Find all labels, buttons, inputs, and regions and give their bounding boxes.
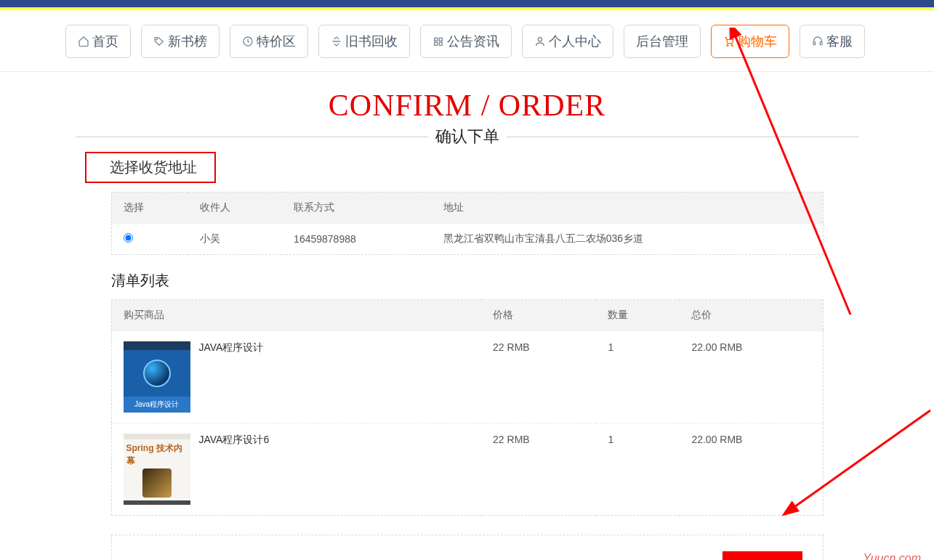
item-row: Java程序设计 JAVA程序设计 22 RMB 1 22.00 RMB <box>111 331 823 423</box>
nav-recycle[interactable]: 旧书回收 <box>318 25 410 58</box>
cart-icon <box>723 36 735 47</box>
col-address: 地址 <box>432 192 823 224</box>
subtitle-row: 确认下单 <box>0 126 934 147</box>
svg-point-0 <box>156 39 157 40</box>
main-nav: 首页 新书榜 特价区 旧书回收 公告资讯 个人中心 后台管理 <box>0 12 934 72</box>
nav-personal-center[interactable]: 个人中心 <box>522 25 613 58</box>
tag-icon <box>153 36 165 47</box>
nav-label: 客服 <box>826 33 853 50</box>
svg-point-8 <box>731 44 733 46</box>
items-section-heading: 清单列表 <box>111 271 824 291</box>
nav-news[interactable]: 公告资讯 <box>420 25 512 58</box>
top-bar <box>0 0 934 7</box>
watermark: Yuucn.com <box>863 552 921 560</box>
address-contact: 16459878988 <box>282 224 432 255</box>
col-price: 价格 <box>481 300 596 331</box>
item-name: JAVA程序设计 <box>199 341 264 354</box>
nav-label: 首页 <box>92 33 118 50</box>
item-qty: 1 <box>596 331 680 423</box>
nav-label: 特价区 <box>257 33 296 50</box>
news-icon <box>432 36 444 47</box>
divider <box>76 137 428 137</box>
nav-home[interactable]: 首页 <box>65 25 131 58</box>
nav-label: 旧书回收 <box>345 33 398 50</box>
address-detail: 黑龙江省双鸭山市宝清县八五二农场036乡道 <box>432 224 823 255</box>
divider <box>507 137 859 137</box>
home-icon <box>78 36 89 47</box>
address-row: 小吴 16459878988 黑龙江省双鸭山市宝清县八五二农场036乡道 <box>111 224 823 255</box>
col-select: 选择 <box>111 192 188 224</box>
svg-rect-2 <box>435 38 438 41</box>
nav-label: 购物车 <box>738 33 777 50</box>
item-price: 22 RMB <box>481 331 596 423</box>
svg-rect-3 <box>439 38 442 41</box>
page-subtitle: 确认下单 <box>435 126 499 147</box>
nav-new-books[interactable]: 新书榜 <box>141 25 220 58</box>
col-recipient: 收件人 <box>188 192 282 224</box>
items-table: 购买商品 价格 数量 总价 Java程序设计 JAVA程序设计 <box>111 299 824 516</box>
item-total: 22.00 RMB <box>680 331 823 423</box>
cover-label: Java程序设计 <box>124 397 190 413</box>
nav-admin[interactable]: 后台管理 <box>624 25 701 58</box>
item-qty: 1 <box>596 423 680 516</box>
svg-rect-4 <box>435 42 438 45</box>
nav-label: 新书榜 <box>168 33 207 50</box>
nav-cart[interactable]: 购物车 <box>711 25 789 58</box>
page-title: CONFIRM / ORDER <box>0 88 934 123</box>
col-product: 购买商品 <box>111 300 481 331</box>
item-total: 22.00 RMB <box>680 423 823 516</box>
nav-label: 公告资讯 <box>447 33 499 50</box>
headset-icon <box>812 36 824 47</box>
col-contact: 联系方式 <box>282 192 432 224</box>
pay-button[interactable]: 支付 <box>722 551 802 560</box>
nav-label: 个人中心 <box>549 33 601 50</box>
svg-point-6 <box>538 38 542 41</box>
item-row: Spring 技术内幕 JAVA程序设计6 22 RMB 1 22.00 RMB <box>111 423 823 516</box>
svg-rect-10 <box>820 42 822 45</box>
item-name: JAVA程序设计6 <box>199 434 270 447</box>
person-icon <box>534 36 546 47</box>
nav-label: 后台管理 <box>636 33 688 50</box>
nav-special-zone[interactable]: 特价区 <box>230 25 308 58</box>
address-table: 选择 收件人 联系方式 地址 小吴 16459878988 黑龙江省双鸭山市宝清… <box>111 192 824 255</box>
col-total: 总价 <box>680 300 823 331</box>
footer-bar: 总价：44.00RMB 支付 <box>111 535 824 560</box>
book-cover: Java程序设计 <box>124 341 190 413</box>
address-recipient: 小吴 <box>188 224 282 255</box>
book-cover: Spring 技术内幕 <box>124 434 190 505</box>
nav-support[interactable]: 客服 <box>800 25 865 58</box>
address-section-heading: 选择收货地址 <box>85 152 216 183</box>
cover-title: Spring 技术内幕 <box>126 442 188 467</box>
svg-point-7 <box>727 44 728 46</box>
recycle-icon <box>331 36 342 47</box>
clock-icon <box>242 36 254 47</box>
item-price: 22 RMB <box>481 423 596 516</box>
svg-rect-9 <box>813 42 816 45</box>
col-qty: 数量 <box>596 300 680 331</box>
svg-rect-5 <box>439 42 442 45</box>
address-radio[interactable] <box>124 233 133 243</box>
